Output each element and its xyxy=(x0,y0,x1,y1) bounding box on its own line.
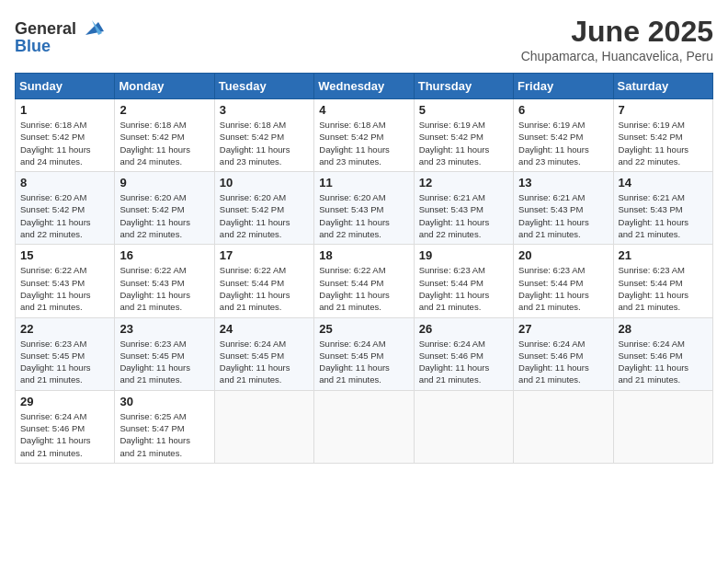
day-info: Sunrise: 6:24 AM Sunset: 5:46 PM Dayligh… xyxy=(20,410,109,459)
calendar-cell: 4Sunrise: 6:18 AM Sunset: 5:42 PM Daylig… xyxy=(314,99,414,172)
location: Chupamarca, Huancavelica, Peru xyxy=(521,49,713,63)
calendar-cell: 1Sunrise: 6:18 AM Sunset: 5:42 PM Daylig… xyxy=(16,99,115,172)
day-info: Sunrise: 6:24 AM Sunset: 5:46 PM Dayligh… xyxy=(518,338,608,386)
day-info: Sunrise: 6:22 AM Sunset: 5:44 PM Dayligh… xyxy=(319,264,408,313)
calendar-table: SundayMondayTuesdayWednesdayThursdayFrid… xyxy=(15,73,713,464)
calendar-week-row: 8Sunrise: 6:20 AM Sunset: 5:42 PM Daylig… xyxy=(16,172,713,245)
day-info: Sunrise: 6:24 AM Sunset: 5:45 PM Dayligh… xyxy=(319,338,408,386)
logo-blue: Blue xyxy=(15,37,51,56)
calendar-cell: 21Sunrise: 6:23 AM Sunset: 5:44 PM Dayli… xyxy=(613,245,712,317)
calendar-body: 1Sunrise: 6:18 AM Sunset: 5:42 PM Daylig… xyxy=(16,99,713,464)
calendar-week-row: 15Sunrise: 6:22 AM Sunset: 5:43 PM Dayli… xyxy=(16,245,713,317)
day-number: 26 xyxy=(419,322,508,336)
day-number: 3 xyxy=(220,103,309,117)
calendar-cell: 5Sunrise: 6:19 AM Sunset: 5:42 PM Daylig… xyxy=(414,99,513,172)
weekday-header-row: SundayMondayTuesdayWednesdayThursdayFrid… xyxy=(16,74,713,99)
day-info: Sunrise: 6:23 AM Sunset: 5:45 PM Dayligh… xyxy=(20,338,109,386)
day-info: Sunrise: 6:22 AM Sunset: 5:43 PM Dayligh… xyxy=(20,264,109,313)
day-info: Sunrise: 6:19 AM Sunset: 5:42 PM Dayligh… xyxy=(419,119,508,167)
calendar-cell: 26Sunrise: 6:24 AM Sunset: 5:46 PM Dayli… xyxy=(414,317,513,390)
day-number: 25 xyxy=(319,322,408,336)
day-number: 5 xyxy=(419,103,508,117)
day-number: 15 xyxy=(20,248,109,262)
day-number: 29 xyxy=(20,395,109,408)
day-info: Sunrise: 6:23 AM Sunset: 5:44 PM Dayligh… xyxy=(619,264,708,313)
weekday-header-saturday: Saturday xyxy=(613,74,712,99)
day-info: Sunrise: 6:19 AM Sunset: 5:42 PM Dayligh… xyxy=(518,119,608,167)
calendar-cell: 24Sunrise: 6:24 AM Sunset: 5:45 PM Dayli… xyxy=(214,317,313,390)
calendar-cell: 20Sunrise: 6:23 AM Sunset: 5:44 PM Dayli… xyxy=(514,245,613,317)
day-number: 30 xyxy=(119,395,209,408)
day-number: 12 xyxy=(419,176,508,190)
day-info: Sunrise: 6:22 AM Sunset: 5:44 PM Dayligh… xyxy=(220,264,309,313)
day-number: 9 xyxy=(119,176,209,190)
month-title: June 2025 xyxy=(521,15,713,49)
calendar-cell: 16Sunrise: 6:22 AM Sunset: 5:43 PM Dayli… xyxy=(115,245,214,317)
calendar-cell: 22Sunrise: 6:23 AM Sunset: 5:45 PM Dayli… xyxy=(16,317,115,390)
day-info: Sunrise: 6:24 AM Sunset: 5:45 PM Dayligh… xyxy=(220,338,309,386)
calendar-cell: 11Sunrise: 6:20 AM Sunset: 5:43 PM Dayli… xyxy=(314,172,414,245)
day-info: Sunrise: 6:23 AM Sunset: 5:44 PM Dayligh… xyxy=(518,264,608,313)
title-area: June 2025 Chupamarca, Huancavelica, Peru xyxy=(521,15,713,63)
day-number: 13 xyxy=(518,176,608,190)
calendar-cell xyxy=(314,390,414,463)
day-info: Sunrise: 6:23 AM Sunset: 5:45 PM Dayligh… xyxy=(119,338,209,386)
calendar-cell: 17Sunrise: 6:22 AM Sunset: 5:44 PM Dayli… xyxy=(214,245,313,317)
calendar-cell: 23Sunrise: 6:23 AM Sunset: 5:45 PM Dayli… xyxy=(115,317,214,390)
day-number: 23 xyxy=(119,322,209,336)
calendar-cell: 29Sunrise: 6:24 AM Sunset: 5:46 PM Dayli… xyxy=(16,390,115,463)
page-header: General Blue June 2025 Chupamarca, Huanc… xyxy=(15,15,713,63)
day-number: 4 xyxy=(319,103,408,117)
day-number: 17 xyxy=(220,248,309,262)
day-number: 14 xyxy=(619,176,708,190)
day-info: Sunrise: 6:20 AM Sunset: 5:43 PM Dayligh… xyxy=(319,191,408,240)
day-info: Sunrise: 6:23 AM Sunset: 5:44 PM Dayligh… xyxy=(419,264,508,313)
day-number: 24 xyxy=(220,322,309,336)
calendar-cell: 15Sunrise: 6:22 AM Sunset: 5:43 PM Dayli… xyxy=(16,245,115,317)
day-info: Sunrise: 6:18 AM Sunset: 5:42 PM Dayligh… xyxy=(319,119,408,167)
day-info: Sunrise: 6:20 AM Sunset: 5:42 PM Dayligh… xyxy=(220,191,309,240)
calendar-cell: 14Sunrise: 6:21 AM Sunset: 5:43 PM Dayli… xyxy=(613,172,712,245)
calendar-cell: 7Sunrise: 6:19 AM Sunset: 5:42 PM Daylig… xyxy=(613,99,712,172)
calendar-cell: 18Sunrise: 6:22 AM Sunset: 5:44 PM Dayli… xyxy=(314,245,414,317)
calendar-cell xyxy=(514,390,613,463)
day-info: Sunrise: 6:20 AM Sunset: 5:42 PM Dayligh… xyxy=(20,191,109,240)
calendar-cell xyxy=(214,390,313,463)
day-number: 20 xyxy=(518,248,608,262)
weekday-header-wednesday: Wednesday xyxy=(314,74,414,99)
calendar-cell: 13Sunrise: 6:21 AM Sunset: 5:43 PM Dayli… xyxy=(514,172,613,245)
day-number: 2 xyxy=(119,103,209,117)
day-info: Sunrise: 6:18 AM Sunset: 5:42 PM Dayligh… xyxy=(220,119,309,167)
day-number: 18 xyxy=(319,248,408,262)
calendar-cell: 3Sunrise: 6:18 AM Sunset: 5:42 PM Daylig… xyxy=(214,99,313,172)
day-number: 8 xyxy=(20,176,109,190)
day-info: Sunrise: 6:21 AM Sunset: 5:43 PM Dayligh… xyxy=(419,191,508,240)
calendar-cell: 8Sunrise: 6:20 AM Sunset: 5:42 PM Daylig… xyxy=(16,172,115,245)
day-info: Sunrise: 6:21 AM Sunset: 5:43 PM Dayligh… xyxy=(518,191,608,240)
calendar-cell: 2Sunrise: 6:18 AM Sunset: 5:42 PM Daylig… xyxy=(115,99,214,172)
day-number: 19 xyxy=(419,248,508,262)
calendar-week-row: 29Sunrise: 6:24 AM Sunset: 5:46 PM Dayli… xyxy=(16,390,713,463)
calendar-cell: 19Sunrise: 6:23 AM Sunset: 5:44 PM Dayli… xyxy=(414,245,513,317)
weekday-header-monday: Monday xyxy=(115,74,214,99)
weekday-header-tuesday: Tuesday xyxy=(214,74,313,99)
calendar-cell: 25Sunrise: 6:24 AM Sunset: 5:45 PM Dayli… xyxy=(314,317,414,390)
day-number: 10 xyxy=(220,176,309,190)
day-number: 7 xyxy=(619,103,708,117)
calendar-cell: 6Sunrise: 6:19 AM Sunset: 5:42 PM Daylig… xyxy=(514,99,613,172)
day-number: 11 xyxy=(319,176,408,190)
day-info: Sunrise: 6:19 AM Sunset: 5:42 PM Dayligh… xyxy=(619,119,708,167)
calendar-header: SundayMondayTuesdayWednesdayThursdayFrid… xyxy=(16,74,713,99)
calendar-cell xyxy=(414,390,513,463)
weekday-header-thursday: Thursday xyxy=(414,74,513,99)
day-info: Sunrise: 6:20 AM Sunset: 5:42 PM Dayligh… xyxy=(119,191,209,240)
day-number: 21 xyxy=(619,248,708,262)
weekday-header-sunday: Sunday xyxy=(16,74,115,99)
day-number: 28 xyxy=(619,322,708,336)
logo-general: General xyxy=(15,19,76,39)
day-info: Sunrise: 6:18 AM Sunset: 5:42 PM Dayligh… xyxy=(20,119,109,167)
day-number: 16 xyxy=(119,248,209,262)
day-info: Sunrise: 6:25 AM Sunset: 5:47 PM Dayligh… xyxy=(119,410,209,459)
day-info: Sunrise: 6:18 AM Sunset: 5:42 PM Dayligh… xyxy=(119,119,209,167)
day-info: Sunrise: 6:24 AM Sunset: 5:46 PM Dayligh… xyxy=(419,338,508,386)
